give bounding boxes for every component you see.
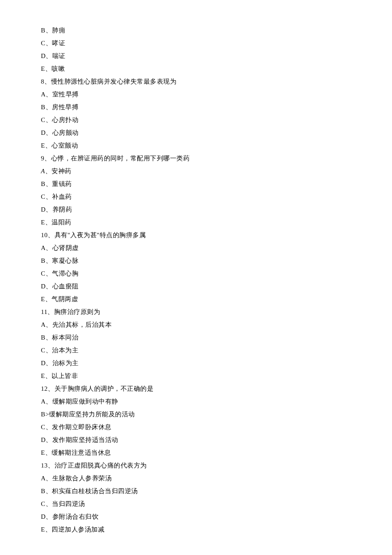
text-line: 10、具有"入夜为甚"特点的胸痹多属 <box>41 229 366 241</box>
text-line: D、心血瘀阻 <box>41 280 366 293</box>
text-line: E、咳嗽 <box>41 62 366 75</box>
text-line: B、标本同治 <box>41 331 366 344</box>
option-letter: A <box>41 168 45 174</box>
text-line: C、补血药 <box>41 190 366 203</box>
text-line: B、重镇药 <box>41 177 366 190</box>
text-line: E、心室颤动 <box>41 139 366 152</box>
text-line: 13、治疗正虚阳脱真心痛的代表方为 <box>41 459 366 472</box>
text-line: C、治本为主 <box>41 344 366 357</box>
text-line: C、发作期立即卧床休息 <box>41 421 366 433</box>
text-line: B、房性早搏 <box>41 101 366 113</box>
text-line: D、治标为主 <box>41 357 366 369</box>
text-line: A、安神药 <box>41 165 366 177</box>
text-line: E、以上皆非 <box>41 369 366 382</box>
text-line: D、发作期应坚持适当活动 <box>41 433 366 446</box>
text-line: 9、心悸，在辨证用药的同时，常配用下列哪一类药 <box>41 152 366 165</box>
text-line: A、先治其标，后治其本 <box>41 318 366 331</box>
text-line: E、缓解期注意适当休息 <box>41 446 366 459</box>
text-line: D、养阴药 <box>41 203 366 216</box>
text-line: A、生脉散合人参养荣汤 <box>41 472 366 485</box>
text-line: C、哮证 <box>41 37 366 49</box>
document-page: B、肺痈C、哮证D、喘证E、咳嗽8、慢性肺源性心脏病并发心律失常最多表现为A、室… <box>0 0 392 555</box>
text-line: D、喘证 <box>41 49 366 62</box>
text-line: A、缓解期应做到动中有静 <box>41 395 366 408</box>
text-line: E、四逆加人参汤加减 <box>41 523 366 536</box>
text-line: B、枳实薤白桂枝汤合当归四逆汤 <box>41 485 366 497</box>
text-line: 8、慢性肺源性心脏病并发心律失常最多表现为 <box>41 75 366 88</box>
text-line: A、心肾阴虚 <box>41 241 366 254</box>
option-text: 、安神药 <box>45 168 72 174</box>
text-line: C、气滞心胸 <box>41 267 366 280</box>
text-line: D、心房颤动 <box>41 126 366 139</box>
text-line: C、心房扑动 <box>41 113 366 126</box>
text-line: A、室性早搏 <box>41 88 366 101</box>
text-line: D、参附汤合右归饮 <box>41 510 366 523</box>
text-line: B、寒凝心脉 <box>41 254 366 267</box>
text-line: 11、胸痹治疗原则为 <box>41 305 366 318</box>
text-line: B、肺痈 <box>41 24 366 37</box>
text-line: E、气阴两虚 <box>41 293 366 305</box>
text-line: C、当归四逆汤 <box>41 497 366 510</box>
text-line: B>缓解期应坚持力所能及的活动 <box>41 408 366 421</box>
text-line: 12、关于胸痹病人的调护，不正确的是 <box>41 382 366 395</box>
text-line: E、温阳药 <box>41 216 366 229</box>
